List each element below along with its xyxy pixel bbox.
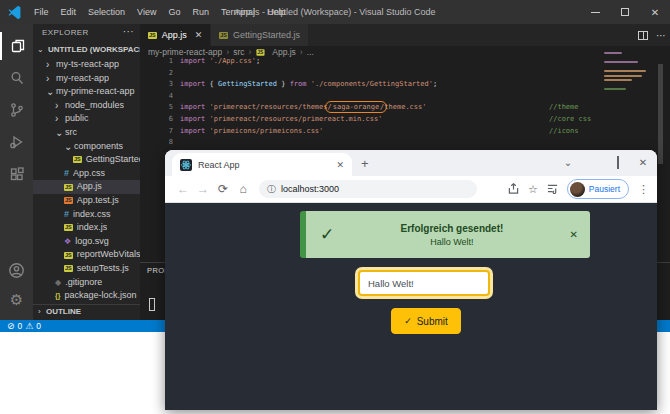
kebab-menu-icon[interactable]: ⋮ [638, 183, 649, 196]
folder-tree-item[interactable]: ›public [33, 112, 140, 126]
line-number: 8 [140, 137, 180, 149]
minimap[interactable] [604, 50, 650, 116]
file-tree-item[interactable]: JSindex.js [33, 221, 140, 235]
chevron-down-icon: ⌄ [64, 140, 70, 154]
menu-go[interactable]: Go [162, 0, 186, 24]
text-input[interactable] [358, 270, 490, 296]
js-icon: JS [64, 265, 73, 272]
item-label: App.css [73, 167, 105, 181]
folder-tree-item[interactable]: ›my-react-app [33, 72, 140, 86]
source-control-activity-button[interactable] [0, 96, 33, 124]
chevron-down-icon: ⌄ [46, 85, 52, 99]
line-number: 2 [140, 68, 180, 80]
file-tree-item[interactable]: JSApp.js [33, 180, 140, 194]
browser-tab-strip: React App ✕ + ⌄ ✕ [165, 150, 657, 176]
minimize-icon [591, 12, 600, 13]
code-token: import [180, 57, 205, 65]
code-line: 8 [140, 137, 670, 149]
submit-button[interactable]: ✓ Submit [391, 308, 461, 334]
folder-tree-item[interactable]: ⌄my-prime-react-app [33, 85, 140, 99]
side-panel-icon[interactable] [547, 183, 558, 196]
tab-close-icon[interactable]: ✕ [195, 30, 203, 40]
code-token: 'primereact/resources/themes/ [210, 103, 332, 111]
maximize-button[interactable] [610, 157, 626, 168]
code-line: 2 [140, 68, 670, 80]
code-line: 7import 'primeicons/primeicons.css'//ico… [140, 126, 670, 138]
extensions-activity-button[interactable] [0, 160, 33, 188]
file-tree-item[interactable]: JSGettingStarted.js [33, 153, 140, 167]
outline-section[interactable]: › OUTLINE [33, 304, 140, 318]
bookmark-star-icon[interactable]: ☆ [528, 183, 538, 196]
back-icon[interactable]: ← [173, 182, 193, 196]
item-label: my-react-app [56, 72, 109, 86]
editor-scrollbar[interactable] [658, 64, 663, 164]
code-token: './components/GettingStarted' [311, 80, 433, 88]
file-tree-item[interactable]: JSreportWebVitals.js [33, 248, 140, 262]
line-number: 4 [140, 91, 180, 103]
menu-view[interactable]: View [131, 0, 162, 24]
more-actions-icon[interactable]: ··· [123, 28, 134, 37]
code-token: 'primereact/resources/primereact.min.css… [210, 115, 383, 123]
menu-run[interactable]: Run [186, 0, 215, 24]
chevron-down-icon: ⌄ [37, 45, 44, 54]
close-button[interactable]: ✕ [640, 0, 670, 24]
status-problems[interactable]: ⊘ 0 ⚠ 0 [0, 321, 41, 331]
file-tree-item[interactable]: #App.css [33, 167, 140, 181]
run-debug-activity-button[interactable] [0, 128, 33, 156]
file-tree-item[interactable]: #index.css [33, 208, 140, 222]
file-tree-item[interactable]: ❖logo.svg [33, 235, 140, 249]
tab-label: App.js [162, 30, 187, 40]
explorer-title: EXPLORER [42, 28, 89, 37]
menu-file[interactable]: File [28, 0, 55, 24]
forward-icon[interactable]: → [193, 182, 213, 196]
share-icon[interactable] [508, 183, 519, 196]
browser-tab-title: React App [198, 160, 330, 170]
menu-selection[interactable]: Selection [82, 0, 131, 24]
activity-bar: ⚙ [0, 24, 33, 320]
split-editor-icon[interactable] [638, 31, 648, 40]
search-activity-button[interactable] [0, 64, 33, 92]
more-actions-icon[interactable]: ⋯ [656, 30, 666, 41]
terminal-cursor [149, 298, 155, 311]
folder-tree-item[interactable]: ›my-ts-react-app [33, 58, 140, 72]
reload-icon[interactable]: ⟳ [213, 182, 233, 196]
folder-tree-item[interactable]: ⌄components [33, 140, 140, 154]
workspace-root-item[interactable]: ⌄ UNTITLED (WORKSPACE) [33, 43, 140, 57]
js-icon: JS [64, 224, 73, 231]
new-tab-icon[interactable]: + [361, 155, 369, 173]
tab-gettingstarted[interactable]: JS GettingStarted.js [210, 24, 308, 46]
file-tree-item[interactable]: ◆.gitignore [33, 276, 140, 290]
file-tree-item[interactable]: {}package-lock.json [33, 289, 140, 303]
code-comment: //icons [549, 126, 579, 138]
profile-button[interactable]: Pausiert [567, 179, 629, 199]
code-token: import [180, 103, 205, 111]
tab-close-icon[interactable]: ✕ [336, 160, 344, 170]
warning-count: 0 [36, 321, 41, 331]
explorer-activity-button[interactable] [0, 32, 33, 60]
settings-button[interactable]: ⚙ [0, 286, 33, 314]
js-file-icon: JS [148, 32, 157, 39]
close-icon[interactable]: ✕ [570, 229, 578, 240]
menu-edit[interactable]: Edit [55, 0, 83, 24]
maximize-button[interactable] [610, 0, 640, 24]
browser-tab[interactable]: React App ✕ [172, 153, 352, 176]
message-body: Hallo Welt! [334, 237, 569, 247]
error-count: 0 [18, 321, 23, 331]
account-button[interactable] [0, 256, 33, 284]
address-bar[interactable]: ⓘ localhost:3000 [259, 180, 477, 198]
site-info-icon[interactable]: ⓘ [267, 183, 276, 196]
chevron-right-icon: › [55, 99, 61, 113]
home-icon[interactable]: ⌂ [233, 182, 253, 196]
tab-search-chevron-icon[interactable]: ⌄ [560, 157, 576, 168]
folder-tree-item[interactable]: ⌄src [33, 126, 140, 140]
minimize-button[interactable] [580, 0, 610, 24]
file-tree-item[interactable]: JSsetupTests.js [33, 262, 140, 276]
item-label: public [65, 112, 89, 126]
code-token: GettingStarted [218, 80, 277, 88]
tab-appjs[interactable]: JS App.js ✕ [140, 24, 210, 46]
file-tree-item[interactable]: JSApp.test.js [33, 194, 140, 208]
code-token: from [290, 80, 307, 88]
check-icon: ✓ [320, 224, 334, 245]
close-button[interactable]: ✕ [635, 157, 651, 168]
folder-tree-item[interactable]: ›node_modules [33, 99, 140, 113]
